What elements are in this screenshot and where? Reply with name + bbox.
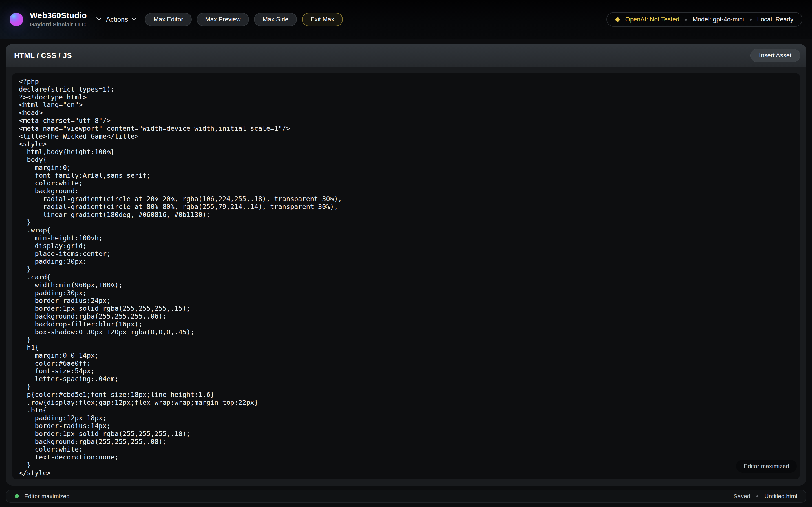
code-editor[interactable]: <?php declare(strict_types=1); ?><!docty… [12, 73, 800, 480]
brand-name: Web360Studio [30, 11, 87, 20]
app-logo [10, 13, 23, 26]
actions-label[interactable]: Actions [106, 15, 128, 23]
exit-max-button[interactable]: Exit Max [302, 13, 343, 26]
model-label: Model: gpt-4o-mini [693, 16, 744, 23]
editor-panel-header: HTML / CSS / JS Insert Asset [6, 44, 806, 67]
panel-title: HTML / CSS / JS [14, 51, 72, 60]
editor-panel: HTML / CSS / JS Insert Asset <?php decla… [6, 44, 806, 486]
editor-maximized-badge: Editor maximized [736, 460, 797, 473]
chevron-down-icon[interactable] [95, 15, 103, 24]
filename-label: Untitled.html [764, 493, 797, 500]
max-side-button[interactable]: Max Side [254, 13, 297, 26]
insert-asset-button[interactable]: Insert Asset [750, 49, 800, 62]
status-dot-icon [15, 494, 19, 498]
openai-status-label: OpenAI: Not Tested [625, 16, 679, 23]
dot-separator-icon [750, 18, 752, 20]
saved-label: Saved [733, 493, 751, 500]
dot-separator-icon [756, 496, 758, 497]
openai-status-dot-icon [615, 17, 620, 22]
editor-panel-body: <?php declare(strict_types=1); ?><!docty… [6, 67, 806, 486]
chevron-down-icon[interactable] [132, 15, 137, 23]
brand-company: Gaylord Sinclair LLC [30, 21, 87, 28]
code-editor-content[interactable]: <?php declare(strict_types=1); ?><!docty… [19, 78, 800, 477]
max-editor-button[interactable]: Max Editor [145, 13, 192, 26]
brand: Web360Studio Gaylord Sinclair LLC [10, 11, 87, 27]
actions-dropdown[interactable]: Actions [95, 15, 137, 24]
api-status-pill: OpenAI: Not Tested Model: gpt-4o-mini Lo… [606, 12, 802, 27]
status-left-label: Editor maximized [24, 493, 70, 500]
topbar: Web360Studio Gaylord Sinclair LLC Action… [0, 0, 812, 39]
max-preview-button[interactable]: Max Preview [197, 13, 249, 26]
local-status-label: Local: Ready [757, 16, 794, 23]
status-bar: Editor maximized Saved Untitled.html [6, 490, 806, 503]
dot-separator-icon [685, 18, 687, 20]
layout-buttons: Max Editor Max Preview Max Side Exit Max [145, 13, 343, 26]
